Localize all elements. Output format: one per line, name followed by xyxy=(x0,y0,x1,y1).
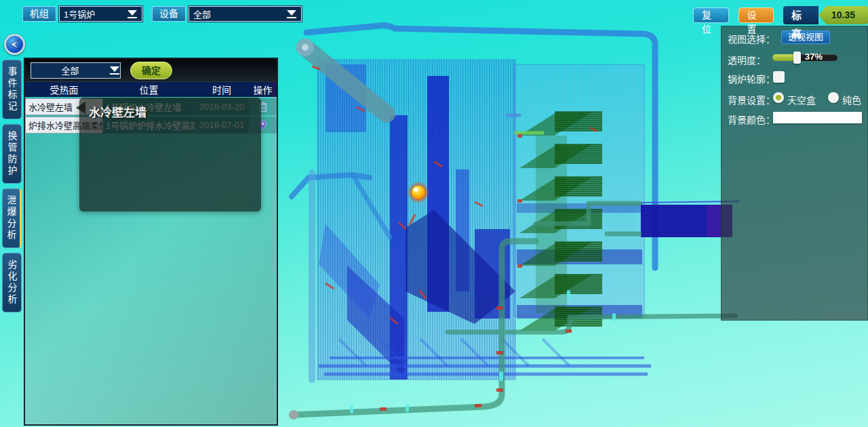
elevation-indicator: 标高 10.35 xyxy=(783,6,868,24)
unit-dropdown[interactable]: 1号锅炉 xyxy=(59,6,142,22)
event-filter-value: 全部 xyxy=(31,64,109,77)
column-header-time: 时间 xyxy=(195,83,249,96)
tab-label: 劣化分析 xyxy=(5,260,19,306)
unit-dropdown-value: 1号锅炉 xyxy=(64,7,127,20)
skybox-radio[interactable] xyxy=(773,92,784,103)
column-header-action: 操作 xyxy=(249,83,277,96)
sidebar-tab-burst-analysis[interactable]: 泄爆分析 xyxy=(2,188,22,248)
perspective-view-button[interactable]: 透视视图 xyxy=(781,30,830,44)
back-button[interactable] xyxy=(4,34,25,55)
device-label-button[interactable]: 设备 xyxy=(152,6,186,22)
unit-label-button[interactable]: 机组 xyxy=(22,6,56,22)
sidebar-tab-tube-protection[interactable]: 换管防护 xyxy=(2,124,22,184)
background-color-label: 背景颜色： xyxy=(728,113,775,126)
boiler-outline-checkbox[interactable] xyxy=(773,71,785,83)
chevron-down-icon xyxy=(127,10,138,18)
settings-button[interactable]: 设置 xyxy=(738,7,774,23)
skybox-radio-label: 天空盒 xyxy=(787,93,816,106)
opacity-slider[interactable]: 37% xyxy=(772,54,837,61)
settings-button-label: 设置 xyxy=(747,9,757,35)
view-settings-panel: 视图选择： 透视视图 透明度： 37% 锅炉轮廓： 背景设置： 天空盒 纯色 背… xyxy=(721,26,868,321)
surface-tooltip: 水冷壁左墙 xyxy=(79,98,261,211)
arrow-left-icon xyxy=(9,39,20,50)
event-filter-dropdown[interactable]: 全部 xyxy=(31,62,121,79)
opacity-value: 37% xyxy=(805,52,823,62)
device-label: 设备 xyxy=(159,8,178,19)
column-header-surface: 受热面 xyxy=(25,83,103,96)
column-header-position: 位置 xyxy=(103,83,195,96)
tooltip-text: 水冷壁左墙 xyxy=(79,98,261,120)
reset-button[interactable]: 复位 xyxy=(693,7,729,23)
background-setting-label: 背景设置： xyxy=(728,93,775,106)
boiler-outline-label: 锅炉轮廓： xyxy=(728,72,775,85)
tab-label: 换管防护 xyxy=(5,131,19,177)
chevron-down-icon xyxy=(286,10,297,18)
chevron-down-icon xyxy=(109,66,120,75)
elevation-label: 标高 xyxy=(783,6,818,24)
opacity-label: 透明度： xyxy=(728,53,766,66)
unit-label: 机组 xyxy=(30,8,49,19)
elevation-value: 10.35 xyxy=(818,6,868,24)
pipe-end-cap xyxy=(289,410,298,420)
reset-button-label: 复位 xyxy=(702,9,711,35)
event-sphere-marker[interactable] xyxy=(408,182,429,203)
sidebar-tab-event-marks[interactable]: 事件标记 xyxy=(2,60,22,119)
sidebar-tab-degradation-analysis[interactable]: 劣化分析 xyxy=(2,253,22,312)
event-panel-header: 全部 确定 xyxy=(25,59,277,82)
device-dropdown[interactable]: 全部 xyxy=(189,6,302,22)
solid-color-radio-label: 纯色 xyxy=(842,93,861,106)
tab-label: 泄爆分析 xyxy=(5,195,18,241)
event-table-header: 受热面 位置 时间 操作 xyxy=(25,82,277,97)
event-list-panel: 全部 确定 受热面 位置 时间 操作 水冷壁左墙 1号锅炉水冷壁左墙 2018-… xyxy=(24,58,278,426)
solid-color-radio[interactable] xyxy=(828,92,839,103)
confirm-button-label: 确定 xyxy=(142,65,161,76)
top-bar-left: 机组 1号锅炉 设备 全部 xyxy=(22,6,302,22)
tab-label: 事件标记 xyxy=(5,66,19,113)
opacity-slider-handle[interactable] xyxy=(793,52,801,64)
top-bar-right: 复位 设置 标高 10.35 xyxy=(693,6,868,24)
device-dropdown-value: 全部 xyxy=(193,7,286,20)
background-color-swatch[interactable] xyxy=(773,112,862,123)
confirm-button[interactable]: 确定 xyxy=(130,62,172,79)
